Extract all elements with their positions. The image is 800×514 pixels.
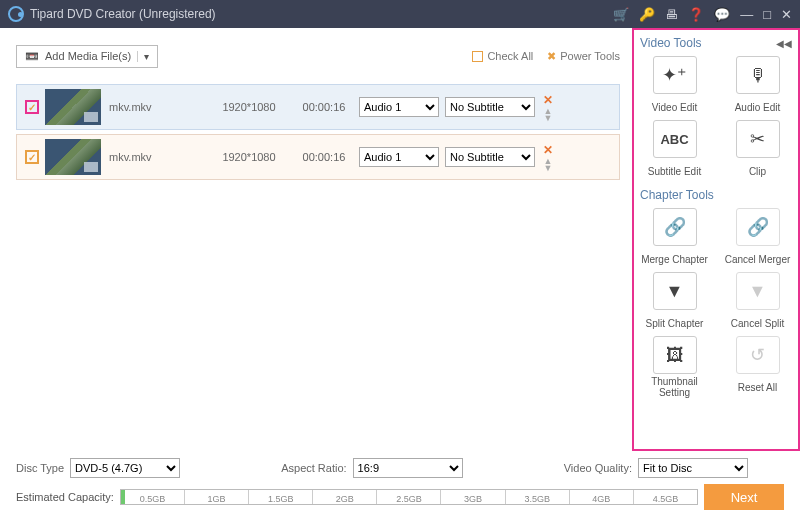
tool-label: Subtitle Edit	[648, 160, 701, 182]
reorder-arrows[interactable]: ▲▼	[544, 108, 553, 122]
row-checkbox[interactable]: ✓	[25, 150, 39, 164]
check-all[interactable]: Check All	[472, 50, 533, 62]
window-controls: 🛒 🔑 🖶 ❓ 💬 — □ ✕	[613, 7, 792, 22]
checkbox-icon	[472, 51, 483, 62]
row-checkbox[interactable]: ✓	[25, 100, 39, 114]
check-all-label: Check All	[487, 50, 533, 62]
capacity-tick: 2GB	[312, 490, 376, 504]
tool-label: Clip	[749, 160, 766, 182]
reset-all-button[interactable]: ↺	[736, 336, 780, 374]
chapter-tools-title: Chapter Tools	[640, 188, 792, 202]
reorder-arrows[interactable]: ▲▼	[544, 158, 553, 172]
media-row[interactable]: ✓ mkv.mkv 1920*1080 00:00:16 Audio 1 No …	[16, 84, 620, 130]
scissors-icon: ✂	[750, 128, 765, 150]
footer: Disc Type DVD-5 (4.7G) Aspect Ratio: 16:…	[0, 451, 800, 514]
titlebar: Tipard DVD Creator (Unregistered) 🛒 🔑 🖶 …	[0, 0, 800, 28]
abc-icon: ABC	[660, 132, 688, 147]
add-media-button[interactable]: 📼 Add Media File(s) ▾	[16, 45, 158, 68]
tool-label: Cancel Merger	[725, 248, 791, 270]
key-icon[interactable]: 🔑	[639, 7, 655, 22]
chevron-down-icon[interactable]: ▾	[137, 51, 149, 62]
link-icon: 🔗	[664, 216, 686, 238]
power-tools-label: Power Tools	[560, 50, 620, 62]
split-icon: ▼	[666, 281, 684, 302]
quality-select[interactable]: Fit to Disc	[638, 458, 748, 478]
cancel-split-button[interactable]: ▼	[736, 272, 780, 310]
capacity-bar: 0.5GB1GB1.5GB2GB2.5GB3GB3.5GB4GB4.5GB	[120, 489, 698, 505]
main-content: 📼 Add Media File(s) ▾ Check All ✖ Power …	[0, 28, 632, 451]
next-button[interactable]: Next	[704, 484, 784, 510]
remove-row-button[interactable]: ✕	[543, 143, 553, 157]
tool-label: Merge Chapter	[641, 248, 708, 270]
tool-label: Audio Edit	[735, 96, 781, 118]
split-chapter-button[interactable]: ▼	[653, 272, 697, 310]
media-row[interactable]: ✓ mkv.mkv 1920*1080 00:00:16 Audio 1 No …	[16, 134, 620, 180]
close-icon[interactable]: ✕	[781, 7, 792, 22]
wand-icon: ✦⁺	[662, 64, 687, 86]
subtitle-edit-button[interactable]: ABC	[653, 120, 697, 158]
resolution: 1920*1080	[209, 151, 289, 163]
collapse-icon[interactable]: ◀◀	[776, 38, 792, 49]
capacity-tick: 4GB	[569, 490, 633, 504]
unlink-icon: 🔗	[747, 216, 769, 238]
undo-icon: ↺	[750, 344, 765, 366]
power-tools[interactable]: ✖ Power Tools	[547, 50, 620, 63]
capacity-tick: 3GB	[440, 490, 504, 504]
print-icon[interactable]: 🖶	[665, 7, 678, 22]
tool-label: Split Chapter	[646, 312, 704, 334]
app-title: Tipard DVD Creator (Unregistered)	[30, 7, 613, 21]
aspect-label: Aspect Ratio:	[281, 462, 346, 474]
help-icon[interactable]: ❓	[688, 7, 704, 22]
video-edit-button[interactable]: ✦⁺	[653, 56, 697, 94]
subtitle-select[interactable]: No Subtitle	[445, 147, 535, 167]
tool-label: Reset All	[738, 376, 777, 398]
subtitle-select[interactable]: No Subtitle	[445, 97, 535, 117]
resolution: 1920*1080	[209, 101, 289, 113]
capacity-tick: 1GB	[184, 490, 248, 504]
quality-label: Video Quality:	[564, 462, 632, 474]
filename: mkv.mkv	[109, 101, 209, 113]
audio-select[interactable]: Audio 1	[359, 147, 439, 167]
app-logo-icon	[8, 6, 24, 22]
tool-label: Thumbnail Setting	[640, 376, 709, 398]
remove-row-button[interactable]: ✕	[543, 93, 553, 107]
mic-icon: 🎙	[749, 65, 767, 86]
disc-type-label: Disc Type	[16, 462, 64, 474]
minimize-icon[interactable]: —	[740, 7, 753, 22]
disc-type-select[interactable]: DVD-5 (4.7G)	[70, 458, 180, 478]
image-icon: 🖼	[666, 345, 684, 366]
unsplit-icon: ▼	[749, 281, 767, 302]
capacity-tick: 4.5GB	[633, 490, 697, 504]
tools-panel: Video Tools ◀◀ ✦⁺Video Edit 🎙Audio Edit …	[632, 28, 800, 451]
video-thumbnail[interactable]	[45, 89, 101, 125]
feedback-icon[interactable]: 💬	[714, 7, 730, 22]
clip-button[interactable]: ✂	[736, 120, 780, 158]
capacity-tick: 2.5GB	[376, 490, 440, 504]
duration: 00:00:16	[289, 101, 359, 113]
capacity-tick: 3.5GB	[505, 490, 569, 504]
aspect-select[interactable]: 16:9	[353, 458, 463, 478]
audio-edit-button[interactable]: 🎙	[736, 56, 780, 94]
video-tools-title: Video Tools ◀◀	[640, 36, 792, 50]
add-media-label: Add Media File(s)	[45, 50, 131, 62]
tools-icon: ✖	[547, 50, 556, 63]
video-thumbnail[interactable]	[45, 139, 101, 175]
tool-label: Cancel Split	[731, 312, 784, 334]
audio-select[interactable]: Audio 1	[359, 97, 439, 117]
cancel-merge-button[interactable]: 🔗	[736, 208, 780, 246]
thumbnail-setting-button[interactable]: 🖼	[653, 336, 697, 374]
capacity-tick: 0.5GB	[121, 490, 184, 504]
add-media-icon: 📼	[25, 50, 39, 63]
capacity-label: Estimated Capacity:	[16, 491, 114, 503]
merge-chapter-button[interactable]: 🔗	[653, 208, 697, 246]
cart-icon[interactable]: 🛒	[613, 7, 629, 22]
tool-label: Video Edit	[652, 96, 697, 118]
filename: mkv.mkv	[109, 151, 209, 163]
maximize-icon[interactable]: □	[763, 7, 771, 22]
capacity-tick: 1.5GB	[248, 490, 312, 504]
duration: 00:00:16	[289, 151, 359, 163]
